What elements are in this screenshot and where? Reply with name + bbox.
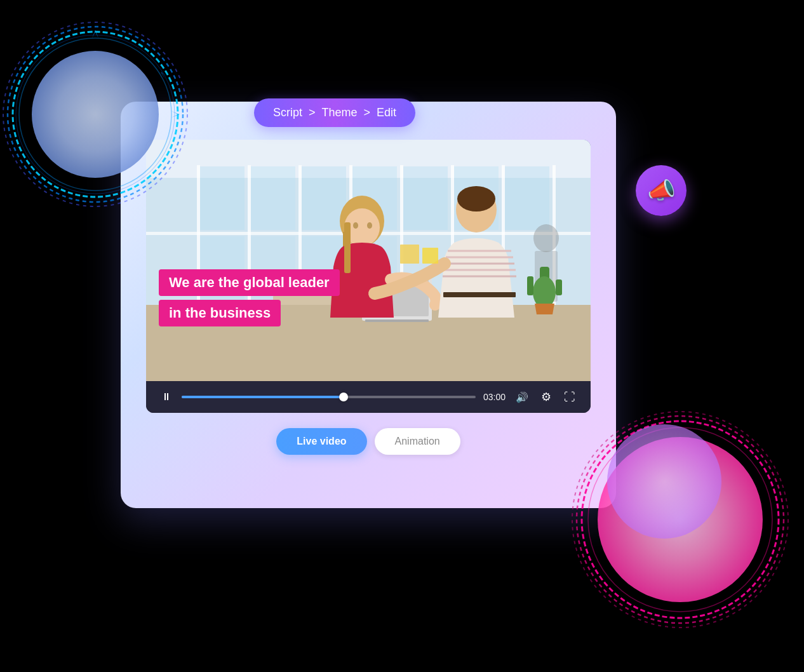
main-card: We are the global leader in the business… <box>121 102 616 508</box>
volume-button[interactable]: 🔊 <box>513 390 531 405</box>
progress-thumb <box>339 393 348 401</box>
svg-rect-53 <box>556 279 562 295</box>
svg-rect-42 <box>344 222 351 273</box>
live-video-tab[interactable]: Live video <box>276 428 366 455</box>
settings-icon: ⚙ <box>541 390 551 404</box>
video-screen: We are the global leader in the business <box>146 140 591 381</box>
subtitle-line-1: We are the global leader <box>159 269 340 296</box>
subtitles: We are the global leader in the business <box>159 269 340 330</box>
progress-fill <box>182 396 344 398</box>
breadcrumb-theme[interactable]: Theme <box>322 106 358 119</box>
svg-rect-54 <box>400 245 419 264</box>
animation-tab[interactable]: Animation <box>375 428 460 455</box>
svg-rect-22 <box>251 166 295 230</box>
svg-point-51 <box>533 276 556 308</box>
subtitle-line-2: in the business <box>159 300 281 326</box>
separator-2: > <box>364 106 371 119</box>
svg-rect-23 <box>302 166 346 230</box>
video-controls: ⏸ 03:00 🔊 ⚙ ⛶ <box>146 381 591 413</box>
video-player: We are the global leader in the business… <box>146 140 591 413</box>
svg-point-44 <box>367 222 372 229</box>
svg-point-43 <box>353 222 358 229</box>
pause-icon: ⏸ <box>161 391 171 403</box>
pause-button[interactable]: ⏸ <box>159 390 174 404</box>
svg-rect-52 <box>527 276 533 295</box>
volume-icon: 🔊 <box>516 391 528 403</box>
megaphone-icon: 📣 <box>647 177 676 204</box>
separator-1: > <box>309 106 316 119</box>
svg-point-48 <box>533 224 559 252</box>
svg-point-0 <box>32 51 159 178</box>
svg-rect-47 <box>443 292 516 297</box>
progress-bar[interactable] <box>182 396 476 398</box>
breadcrumb-pill: Script > Theme > Edit <box>254 98 415 127</box>
svg-rect-25 <box>403 166 448 230</box>
svg-rect-38 <box>365 319 429 322</box>
settings-button[interactable]: ⚙ <box>539 389 554 405</box>
svg-rect-55 <box>422 248 438 264</box>
svg-rect-21 <box>200 166 245 230</box>
breadcrumb-script[interactable]: Script <box>273 106 302 119</box>
svg-point-46 <box>457 186 495 212</box>
megaphone-bubble: 📣 <box>636 165 687 216</box>
svg-rect-27 <box>505 166 549 230</box>
time-display: 03:00 <box>483 392 506 402</box>
breadcrumb-edit[interactable]: Edit <box>377 106 396 119</box>
tab-buttons: Live video Animation <box>146 428 591 455</box>
